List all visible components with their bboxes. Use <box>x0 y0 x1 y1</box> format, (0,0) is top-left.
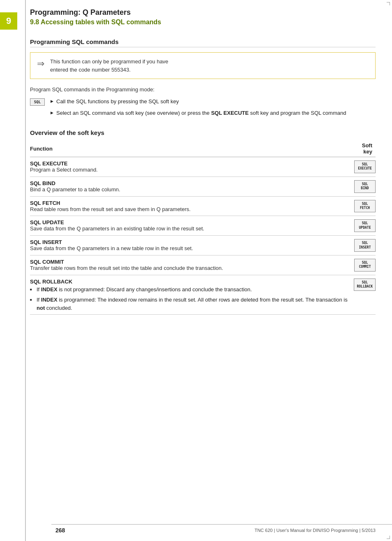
bullet2-post: soft key and program the SQL command <box>249 110 346 116</box>
sql-key-icon: SQL <box>30 98 45 106</box>
softkey-cell: SQLCOMMIT <box>352 255 376 275</box>
softkey-btn-update: SQLUPDATE <box>354 219 376 232</box>
func-name: SQL FETCH <box>30 200 348 206</box>
softkey-btn-bind: SQLBIND <box>354 180 376 193</box>
sidebar: 9 <box>0 0 25 541</box>
info-box: ⇒ This function can only be programmed i… <box>30 52 376 79</box>
section2-heading: Overview of the soft keys <box>30 129 376 136</box>
func-cell: SQL EXECUTE Program a Select command. <box>30 157 352 177</box>
table-row: SQL EXECUTE Program a Select command. SQ… <box>30 157 376 177</box>
softkey-btn-rollback: SQLROLLBACK <box>354 279 376 291</box>
bullet2-pre: Select an SQL command via soft key (see … <box>56 110 211 116</box>
bullet2-bold: SQL EXECUTE <box>211 110 249 116</box>
softkey-btn-execute: SQLEXECUTE <box>354 160 376 173</box>
func-name: SQL BIND <box>30 180 348 186</box>
table-header-row: Function Soft key <box>30 140 376 157</box>
func-name-rollback: SQL ROLLBACK <box>30 279 348 285</box>
func-cell: SQL UPDATE Save data from the Q paramete… <box>30 216 352 236</box>
softkey-cell: SQLFETCH <box>352 196 376 216</box>
col-function: Function <box>30 140 352 157</box>
info-arrow-icon: ⇒ <box>37 58 44 69</box>
softkey-cell: SQLUPDATE <box>352 216 376 236</box>
func-name: SQL UPDATE <box>30 219 348 225</box>
section1-heading: Programming SQL commands <box>30 38 376 47</box>
col-softkey: Soft key <box>352 140 376 157</box>
softkey-btn-insert: SQLINSERT <box>354 239 376 252</box>
func-desc: Save data from the Q parameters in a new… <box>30 245 348 251</box>
func-name: SQL COMMIT <box>30 259 348 265</box>
not-bold: not <box>37 305 45 311</box>
footer-doc-info: TNC 620 | User's Manual for DIN/ISO Prog… <box>254 528 376 533</box>
softkey-cell-rollback: SQLROLLBACK <box>352 275 376 315</box>
func-desc: Save data from the Q parameters in an ex… <box>30 225 348 232</box>
soft-key-table: Function Soft key SQL EXECUTE Program a … <box>30 140 376 315</box>
info-text-line2: entered the code number 555343. <box>50 67 131 73</box>
softkey-cell: SQLEXECUTE <box>352 157 376 177</box>
table-row: SQL ROLLBACK If INDEX is not programmed:… <box>30 275 376 315</box>
softkey-cell: SQLINSERT <box>352 236 376 255</box>
instruction-block: SQL Call the SQL functions by pressing t… <box>30 98 376 120</box>
softkey-btn-fetch: SQLFETCH <box>354 200 376 213</box>
info-text-line1: This function can only be programmed if … <box>50 58 168 65</box>
chapter-tab: 9 <box>0 12 17 30</box>
instruction-bullets: Call the SQL functions by pressing the S… <box>51 98 346 120</box>
bullet-item-1: Call the SQL functions by pressing the S… <box>51 98 346 106</box>
rollback-bullets: If INDEX is not programmed: Discard any … <box>30 286 348 312</box>
func-cell: SQL BIND Bind a Q parameter to a table c… <box>30 176 352 196</box>
func-cell: SQL COMMIT Transfer table rows from the … <box>30 255 352 275</box>
func-cell: SQL INSERT Save data from the Q paramete… <box>30 236 352 255</box>
func-desc: Bind a Q parameter to a table column. <box>30 186 348 193</box>
page-title: Programming: Q Parameters <box>30 8 376 17</box>
page-subtitle: 9.8 Accessing tables with SQL commands <box>30 19 376 26</box>
rollback-bullet-1: If INDEX is not programmed: Discard any … <box>30 286 348 294</box>
page-header: Programming: Q Parameters 9.8 Accessing … <box>30 8 376 26</box>
table-row: SQL BIND Bind a Q parameter to a table c… <box>30 176 376 196</box>
func-cell: SQL FETCH Read table rows from the resul… <box>30 196 352 216</box>
table-row: SQL FETCH Read table rows from the resul… <box>30 196 376 216</box>
func-desc: Program a Select command. <box>30 167 348 173</box>
func-name: SQL EXECUTE <box>30 160 348 167</box>
softkey-cell: SQLBIND <box>352 176 376 196</box>
footer-page-number: 268 <box>55 527 65 534</box>
table-row: SQL COMMIT Transfer table rows from the … <box>30 255 376 275</box>
index-bold-2: INDEX <box>41 297 58 303</box>
info-box-text: This function can only be programmed if … <box>50 58 168 74</box>
softkey-btn-commit: SQLCOMMIT <box>354 259 376 272</box>
main-content: Programming: Q Parameters 9.8 Accessing … <box>25 0 392 541</box>
func-desc: Transfer table rows from the result set … <box>30 265 348 271</box>
func-name: SQL INSERT <box>30 239 348 245</box>
program-intro: Program SQL commands in the Programming … <box>30 86 376 93</box>
table-row: SQL INSERT Save data from the Q paramete… <box>30 236 376 255</box>
page-footer: 268 TNC 620 | User's Manual for DIN/ISO … <box>51 524 392 534</box>
table-row: SQL UPDATE Save data from the Q paramete… <box>30 216 376 236</box>
chapter-number: 9 <box>6 16 11 26</box>
func-desc: Read table rows from the result set and … <box>30 206 348 212</box>
func-cell-rollback: SQL ROLLBACK If INDEX is not programmed:… <box>30 275 352 315</box>
rollback-bullet-2: If INDEX is programmed: The indexed row … <box>30 296 348 312</box>
index-bold-1: INDEX <box>41 286 58 293</box>
bullet-item-2: Select an SQL command via soft key (see … <box>51 109 346 117</box>
